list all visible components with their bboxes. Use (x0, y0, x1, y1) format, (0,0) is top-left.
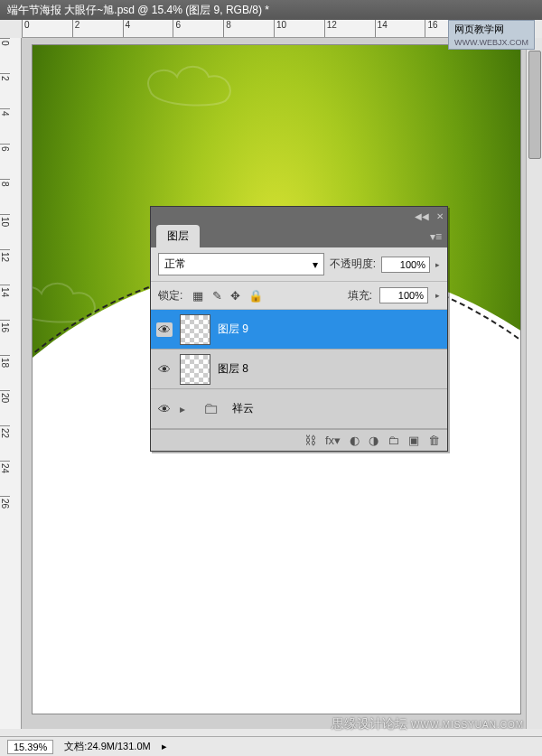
opacity-label: 不透明度: (330, 257, 376, 272)
layer-row[interactable]: 👁图层 9 (151, 310, 447, 350)
ruler-tick: 14 (0, 285, 10, 320)
ruler-tick: 6 (173, 20, 223, 37)
visibility-toggle[interactable]: 👁 (156, 362, 173, 377)
ruler-tick: 24 (0, 461, 10, 496)
ruler-tick: 20 (0, 390, 10, 425)
adjustment-icon[interactable]: ◑ (369, 434, 378, 447)
opacity-input[interactable]: 100% (381, 257, 430, 273)
ruler-tick: 6 (0, 144, 10, 179)
scrollbar-thumb[interactable] (528, 51, 541, 159)
link-icon[interactable]: ⛓ (304, 434, 316, 447)
layer-name[interactable]: 图层 8 (218, 361, 248, 377)
ruler-tick: 16 (0, 320, 10, 355)
layer-thumbnail[interactable] (180, 354, 210, 385)
new-layer-icon[interactable]: ▣ (408, 434, 419, 447)
lock-label: 锁定: (158, 288, 182, 303)
ruler-vertical[interactable]: 02468101214161820222426 (0, 38, 22, 729)
lock-all-icon[interactable]: 🔒 (248, 289, 263, 303)
fill-input[interactable]: 100% (379, 287, 428, 303)
lock-pixels-icon[interactable]: ✎ (212, 289, 222, 303)
ruler-tick: 22 (0, 425, 10, 461)
panel-menu-icon[interactable]: ▾≡ (430, 230, 442, 243)
ruler-tick: 8 (223, 20, 274, 37)
panel-footer: ⛓ fx▾ ◐ ◑ 🗀 ▣ 🗑 (151, 429, 447, 451)
layer-row[interactable]: 👁▸🗀祥云 (151, 389, 447, 429)
blend-mode-value: 正常 (164, 257, 186, 272)
ruler-tick: 2 (0, 73, 10, 108)
zoom-input[interactable]: 15.39% (7, 740, 53, 754)
visibility-toggle[interactable]: 👁 (156, 402, 173, 416)
watermark-bottom-right: 思缘设计论坛 WWW.MISSYUAN.COM (332, 716, 524, 733)
fill-label: 填充: (348, 288, 372, 303)
ruler-tick: 4 (0, 108, 10, 144)
visibility-toggle[interactable]: 👁 (156, 322, 173, 337)
layers-panel: ◀◀ ✕ 图层 ▾≡ 正常 ▾ 不透明度: 100% ▸ 锁定: ▦ ✎ ✥ 🔒… (150, 206, 448, 452)
opacity-stepper[interactable]: ▸ (435, 260, 440, 269)
lock-position-icon[interactable]: ✥ (230, 289, 240, 303)
doc-size-label: 文档:24.9M/131.0M (64, 740, 150, 753)
ruler-tick: 10 (0, 214, 10, 249)
mask-icon[interactable]: ◐ (350, 434, 360, 447)
watermark-top: 网页教学网 WWW.WEBJX.COM (448, 20, 535, 50)
vertical-scrollbar[interactable] (526, 38, 542, 729)
fx-icon[interactable]: fx▾ (325, 434, 341, 447)
folder-icon: 🗀 (198, 398, 225, 420)
ruler-tick: 2 (72, 20, 123, 37)
ruler-tick: 18 (0, 355, 10, 390)
status-bar: 15.39% 文档:24.9M/131.0M ▸ (0, 736, 542, 756)
blend-mode-select[interactable]: 正常 ▾ (158, 253, 324, 275)
ruler-tick: 12 (0, 249, 10, 285)
layer-row[interactable]: 👁图层 8 (151, 350, 447, 389)
ruler-tick: 4 (123, 20, 173, 37)
ruler-tick: 10 (274, 20, 324, 37)
collapse-icon[interactable]: ◀◀ (415, 211, 429, 221)
lock-transparent-icon[interactable]: ▦ (192, 289, 203, 303)
ruler-tick: 14 (375, 20, 425, 37)
status-menu-icon[interactable]: ▸ (162, 741, 167, 752)
ruler-tick: 8 (0, 179, 10, 214)
fill-stepper[interactable]: ▸ (435, 291, 440, 300)
layer-thumbnail[interactable] (180, 314, 210, 345)
document-tab[interactable]: 端午节海报 大眼仔~旭.psd @ 15.4% (图层 9, RGB/8) * (0, 0, 542, 20)
group-icon[interactable]: 🗀 (388, 434, 399, 447)
ruler-tick: 26 (0, 496, 10, 531)
panel-header[interactable]: ◀◀ ✕ (151, 207, 447, 225)
layer-name[interactable]: 图层 9 (218, 322, 248, 337)
document-title: 端午节海报 大眼仔~旭.psd @ 15.4% (图层 9, RGB/8) * (7, 3, 269, 18)
chevron-down-icon: ▾ (313, 258, 318, 271)
close-icon[interactable]: ✕ (436, 211, 444, 221)
ruler-tick: 0 (22, 20, 72, 37)
layers-list: 👁图层 9👁图层 8👁▸🗀祥云 (151, 310, 447, 429)
ruler-tick: 0 (0, 38, 10, 73)
ruler-tick: 12 (324, 20, 375, 37)
disclosure-icon[interactable]: ▸ (180, 403, 191, 415)
layer-name[interactable]: 祥云 (232, 401, 254, 416)
trash-icon[interactable]: 🗑 (428, 434, 440, 447)
tab-layers[interactable]: 图层 (156, 225, 200, 247)
